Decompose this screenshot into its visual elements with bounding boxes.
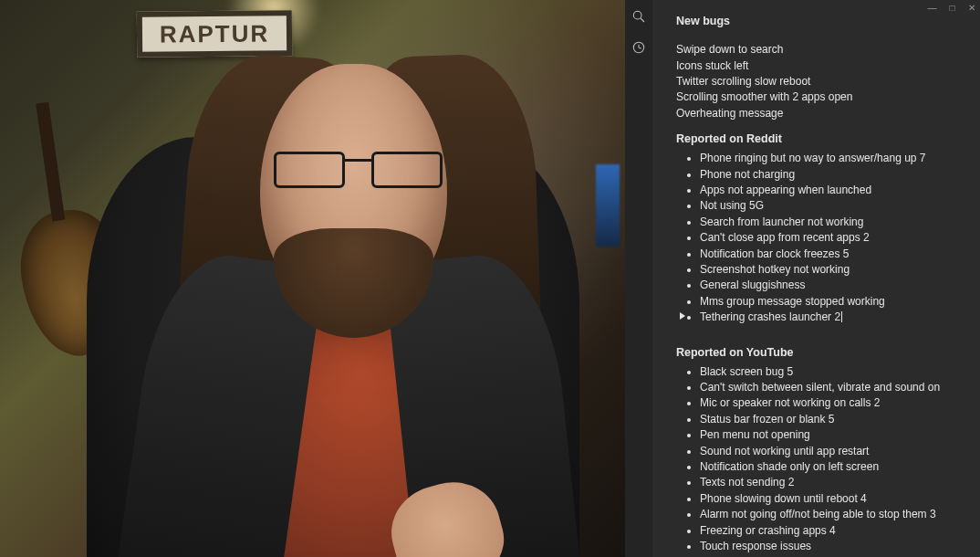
section2-list: Phone ringing but no way to answer/hang …	[676, 151, 961, 325]
list-item: Sound not working until app restart	[700, 444, 961, 459]
list-item: Pen menu not opening	[700, 427, 961, 443]
window-controls: — □ ✕	[927, 2, 975, 16]
notes-rail	[625, 0, 652, 557]
video-pane: RAPTUR	[0, 0, 625, 557]
history-icon[interactable]	[630, 38, 648, 57]
list-item: Mms group message stopped working	[700, 294, 961, 310]
section-heading-reddit: Reported on Reddit	[676, 131, 961, 147]
section1-lines: Swipe down to searchIcons stuck leftTwit…	[676, 42, 961, 121]
search-icon[interactable]	[630, 7, 648, 26]
app-root: RAPTUR — □ ✕	[0, 0, 980, 557]
note-line: Twitter scrolling slow reboot	[676, 74, 961, 89]
section-heading-new-bugs: New bugs	[676, 13, 961, 29]
list-item: Search from launcher not working	[700, 215, 961, 230]
text-caret	[841, 311, 842, 322]
note-line: Icons stuck left	[676, 58, 961, 74]
list-item: Phone ringing but no way to answer/hang …	[700, 151, 961, 166]
list-item: Phone slowing down until reboot 4	[700, 491, 961, 507]
note-line: Overheating message	[676, 106, 961, 121]
list-item: Notification shade only on left screen	[700, 459, 961, 475]
tv-glow	[596, 164, 620, 247]
list-item: Tethering crashes launcher 2	[700, 310, 961, 325]
list-item: Touch response issues	[700, 539, 961, 554]
list-item: Can't switch between silent, vibrate and…	[700, 380, 961, 395]
window-maximize-button[interactable]: □	[949, 2, 954, 16]
list-item: Apps not appearing when launched	[700, 183, 961, 198]
list-item: General sluggishness	[700, 278, 961, 293]
note-line: Swipe down to search	[676, 42, 961, 58]
window-close-button[interactable]: ✕	[968, 2, 975, 16]
section-heading-youtube: Reported on YouTube	[676, 344, 961, 361]
svg-line-1	[641, 18, 644, 22]
list-item: Alarm not going off/not being able to st…	[700, 507, 961, 522]
list-item: Texts not sending 2	[700, 475, 961, 490]
list-item: Status bar frozen or blank 5	[700, 412, 961, 427]
section3-list: Black screen bug 5Can't switch between s…	[676, 364, 961, 557]
window-minimize-button[interactable]: —	[927, 2, 936, 16]
note-line: Scrolling smoother with 2 apps open	[676, 89, 961, 105]
notes-pane: — □ ✕ New bugs Swipe down to searchIcons…	[625, 0, 980, 557]
list-item: Black screen bug 5	[700, 364, 961, 380]
list-item: Can't close app from recent apps 2	[700, 230, 961, 246]
glasses	[274, 146, 443, 192]
list-item: Notification bar clock freezes 5	[700, 247, 961, 262]
list-item: Not using 5G	[700, 198, 961, 214]
note-editor[interactable]: — □ ✕ New bugs Swipe down to searchIcons…	[652, 0, 980, 557]
list-item: Screenshot hotkey not working	[700, 262, 961, 278]
wall-sign: RAPTUR	[137, 10, 292, 57]
list-item: Phone not charging	[700, 167, 961, 183]
list-item: Mic or speaker not working on calls 2	[700, 395, 961, 411]
list-item: Freezing or crashing apps 4	[700, 523, 961, 539]
svg-point-0	[633, 11, 641, 19]
